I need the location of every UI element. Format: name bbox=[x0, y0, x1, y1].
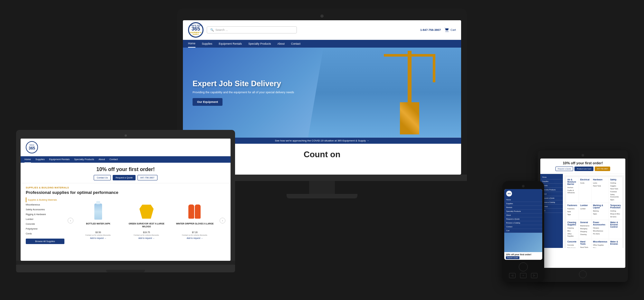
phone-home-soft-btn[interactable]: ○ bbox=[520, 273, 526, 278]
header-right: 1-847-756-3807 Cart bbox=[420, 28, 456, 32]
tablet-cat-item[interactable]: Hand Tools bbox=[610, 187, 621, 190]
phone-bottom-bar: ◁ ○ ▷ bbox=[504, 273, 542, 278]
sidebar-cat-rigging[interactable]: Rigging & Hardware bbox=[26, 212, 64, 217]
phone-nav-specialty[interactable]: Specialty Products bbox=[504, 210, 542, 214]
tablet-cat-item[interactable]: Hand Tools bbox=[580, 246, 590, 248]
laptop-nav-rentals[interactable]: Equipment Rentals bbox=[49, 156, 70, 163]
tablet-cat-item[interactable]: Clothing bbox=[610, 210, 621, 213]
header-phone[interactable]: 1-847-756-3807 bbox=[420, 28, 441, 32]
phone-nav-contact[interactable]: Contact bbox=[504, 225, 542, 229]
tablet-cat-item[interactable]: Footwear bbox=[610, 190, 621, 193]
tablet-quote-btn[interactable]: Request a Quote bbox=[555, 167, 573, 171]
tablet-cat-item[interactable]: Shopping bbox=[580, 230, 590, 233]
tablet-cat-item[interactable]: Misc bbox=[567, 230, 577, 232]
nav-specialty-products[interactable]: Specialty Products bbox=[248, 40, 271, 47]
tablet-cat-item[interactable]: Polystyrene bbox=[567, 247, 577, 248]
products-next-btn[interactable]: › bbox=[220, 218, 225, 223]
tablet-cat-item[interactable]: Marking bbox=[593, 210, 607, 213]
tablet-cat-item[interactable]: Caulks & Adhesives bbox=[567, 189, 577, 194]
phone-nav: Home Supplies Rentals Specialty Products… bbox=[504, 198, 542, 233]
nav-equipment-rentals[interactable]: Equipment Rentals bbox=[219, 40, 242, 47]
products-prev-btn[interactable]: ‹ bbox=[68, 218, 73, 223]
supplies-layout: Supplies & Building Materials Miscellane… bbox=[26, 197, 225, 244]
tablet-camera bbox=[582, 154, 584, 157]
tablet-phone-btn[interactable]: 847-756-3807 bbox=[595, 167, 610, 171]
tablet-cat-item[interactable]: Pro Items bbox=[593, 232, 607, 235]
laptop-nav-supplies[interactable]: Supplies bbox=[35, 156, 45, 163]
tablet-cat-item[interactable]: Fasteners bbox=[567, 207, 577, 210]
tablet-home-button[interactable] bbox=[579, 270, 587, 278]
add-link-2[interactable]: Add to request → bbox=[125, 237, 168, 239]
tablet-linecard-btn[interactable]: Product Line Card bbox=[574, 167, 593, 171]
tablet-col-misc-header: Miscellaneous bbox=[593, 241, 607, 243]
tablet-cat-item[interactable]: Misc bbox=[593, 247, 607, 248]
phone-back-btn[interactable]: ◁ bbox=[509, 273, 516, 278]
sidebar-cat-concrete[interactable]: Concrete bbox=[26, 222, 64, 226]
crane-visual bbox=[377, 51, 442, 134]
tablet-cat-item[interactable]: Filtration bbox=[593, 227, 607, 230]
nav-about[interactable]: About bbox=[278, 40, 285, 47]
tablet-cat-item[interactable]: Safety Accessories bbox=[610, 193, 621, 198]
phone-nav-about[interactable]: About bbox=[504, 214, 542, 217]
laptop-nav-about[interactable]: About bbox=[99, 156, 105, 163]
tablet-cat-item[interactable]: Concrete bbox=[567, 244, 577, 247]
sidebar-cat-lumber[interactable]: Lumber bbox=[26, 217, 64, 222]
tablet-cat-item[interactable]: Goggles bbox=[610, 185, 621, 187]
tablet-cat-item[interactable]: Clothing bbox=[610, 182, 621, 185]
laptop-phone-btn[interactable]: 847-756-3807 bbox=[137, 175, 157, 180]
laptop-quote-btn[interactable]: Request a Quote bbox=[113, 175, 136, 180]
phone-promo: 10% off your first order! Request a Quot… bbox=[504, 252, 542, 260]
sidebar-cat-safety[interactable]: Safety Accessories bbox=[26, 207, 64, 212]
product-img-water bbox=[77, 202, 120, 221]
tablet-cat-item[interactable]: Office Supplies bbox=[593, 244, 607, 247]
laptop-nav-contact[interactable]: Contact bbox=[109, 156, 118, 163]
tablet-cat-item[interactable]: Wraps & Misc bbox=[610, 213, 621, 215]
phone-nav-rentals[interactable]: Rentals bbox=[504, 206, 542, 210]
phone-quote-btn[interactable]: Request a Quote bbox=[506, 256, 519, 259]
site-logo: SINCE 2015 365 EQUIPMENT & SUPPLY bbox=[188, 22, 204, 38]
laptop-nav-home[interactable]: Home bbox=[24, 156, 31, 163]
laptop-contact-btn[interactable]: Contact Us bbox=[94, 175, 111, 180]
phone-nav-catalog[interactable]: Browse a Catalog bbox=[504, 221, 542, 225]
tablet-cat-item[interactable]: Signs bbox=[610, 198, 621, 201]
sidebar-cat-polystyrene[interactable]: Polystyrene bbox=[26, 226, 64, 231]
phone-home-button[interactable] bbox=[519, 262, 528, 271]
tablet-cat-item[interactable]: Maintenance bbox=[580, 224, 590, 227]
tablet-cat-item[interactable]: Cleaning bbox=[567, 227, 577, 230]
search-box[interactable]: 🔍 Search ... bbox=[207, 26, 297, 33]
tablet-cat-item[interactable]: Office Supplies bbox=[567, 232, 577, 238]
nav-contact[interactable]: Contact bbox=[291, 40, 300, 47]
phone-recents-btn[interactable]: ▷ bbox=[531, 273, 537, 278]
sidebar-cat-misc[interactable]: Miscellaneous bbox=[26, 202, 64, 207]
tablet-cat-item[interactable]: Lumber bbox=[580, 207, 590, 210]
add-link-1[interactable]: Add to request → bbox=[77, 237, 120, 239]
tablet-cat-item[interactable]: Tape bbox=[567, 213, 577, 216]
sidebar-cat-supplies[interactable]: Supplies & Building Materials bbox=[26, 197, 64, 202]
tablet-cat-item[interactable]: Miscellaneous bbox=[593, 230, 607, 232]
phone-nav-supplies[interactable]: Supplies bbox=[504, 202, 542, 206]
nav-supplies[interactable]: Supplies bbox=[202, 40, 213, 47]
tablet-cat-item[interactable]: Managing bbox=[580, 227, 590, 230]
tablet-cat-item[interactable]: Hand Tools bbox=[593, 185, 607, 187]
tablet-side-home[interactable]: Home bbox=[540, 175, 563, 179]
laptop-base bbox=[16, 265, 235, 272]
product-card-2: GREEN SURVEYOR VEST X-LARGE W/LOGO $19.7… bbox=[123, 200, 170, 241]
tablet-cat-item[interactable]: Cleaning bbox=[580, 233, 590, 236]
sidebar-cat-cords[interactable]: Cords bbox=[26, 231, 64, 236]
tablet-col-safety: Safety Clothing Goggles Hand Tools Footw… bbox=[609, 177, 622, 203]
tablet-cat-item[interactable]: Cords bbox=[580, 182, 590, 185]
tablet-cat-item[interactable]: Signs bbox=[593, 213, 607, 215]
tablet-cat-item[interactable]: Locks bbox=[593, 182, 607, 185]
hero-button[interactable]: Our Equipment bbox=[193, 98, 223, 106]
cart-area[interactable]: Cart bbox=[444, 28, 456, 32]
phone-nav-home[interactable]: Home bbox=[504, 198, 542, 202]
phone-nav-quote[interactable]: Request a Quote bbox=[504, 217, 542, 221]
tablet-cat-item[interactable]: Nails bbox=[567, 210, 577, 213]
tablet-cat-item[interactable]: Sit Items bbox=[610, 215, 621, 218]
browse-all-btn[interactable]: Browse All Supplies bbox=[26, 239, 64, 244]
phone-nav-cart[interactable]: Cart bbox=[504, 229, 542, 233]
tablet-cat-item[interactable]: Anchors bbox=[567, 186, 577, 189]
nav-home[interactable]: Home bbox=[188, 40, 195, 48]
add-link-3[interactable]: Add to request → bbox=[173, 237, 216, 239]
laptop-nav-specialty[interactable]: Specialty Products bbox=[74, 156, 94, 163]
